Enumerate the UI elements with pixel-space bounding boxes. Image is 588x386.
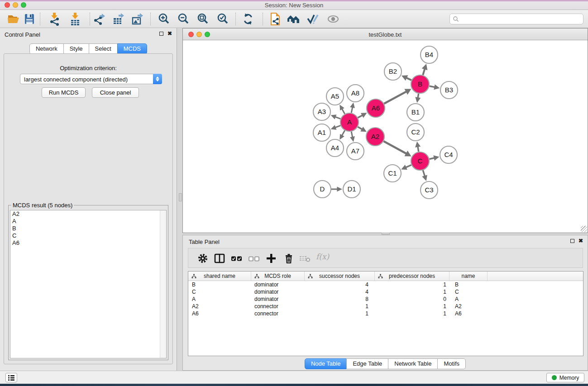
search-box	[449, 14, 583, 24]
graph-edge[interactable]	[342, 130, 345, 136]
column-header-name[interactable]: name	[449, 272, 488, 281]
cell-shared-name[interactable]: A	[188, 295, 251, 303]
tab-select[interactable]: Select	[89, 43, 118, 54]
tab-mcds[interactable]: MCDS	[117, 43, 147, 54]
cell-shared-name[interactable]: A6	[188, 310, 251, 317]
home-icon[interactable]	[287, 12, 300, 26]
table-row[interactable]: B dominator 4 1 B	[188, 281, 583, 288]
cell-successor-nodes[interactable]: 1	[305, 303, 375, 310]
column-header-shared-name[interactable]: shared name	[188, 272, 251, 281]
graph-edge[interactable]	[384, 91, 406, 104]
cell-mcds-role[interactable]: dominator	[251, 295, 305, 303]
network-canvas[interactable]: B4B2BB3A5A8A6A3B1AC2A1A2A4A7C4CC1DD1C3	[183, 40, 588, 233]
cell-successor-nodes[interactable]: 4	[305, 288, 375, 295]
node-label: A7	[351, 147, 359, 155]
tab-network[interactable]: Network	[29, 43, 64, 54]
graph-edge[interactable]	[406, 77, 411, 80]
cell-mcds-role[interactable]: connector	[251, 303, 305, 310]
table-row[interactable]: C dominator 4 1 C	[188, 288, 583, 295]
tab-motifs[interactable]: Motifs	[437, 358, 466, 369]
graph-edge[interactable]	[351, 132, 353, 138]
save-session-icon[interactable]	[23, 12, 36, 26]
table-row[interactable]: A2 connector 1 1 A2	[188, 303, 583, 310]
show-columns-icon[interactable]	[213, 252, 226, 265]
cell-mcds-role[interactable]: dominator	[251, 281, 305, 288]
resize-grip-icon[interactable]	[581, 226, 587, 232]
list-item[interactable]: C	[10, 232, 166, 239]
cell-shared-name[interactable]: A2	[188, 303, 251, 310]
tab-edge-table[interactable]: Edge Table	[346, 358, 388, 369]
list-item[interactable]: A6	[10, 239, 166, 247]
cell-name[interactable]: A6	[449, 310, 488, 317]
refresh-icon[interactable]	[241, 12, 255, 26]
cell-successor-nodes[interactable]: 1	[305, 310, 375, 317]
list-scrollbar[interactable]	[160, 210, 166, 358]
import-network-icon[interactable]	[48, 12, 61, 26]
tab-node-table[interactable]: Node Table	[305, 358, 347, 369]
graph-edge[interactable]	[383, 141, 406, 154]
column-header-mcds-role[interactable]: MCDS role	[251, 272, 305, 281]
zoom-in-icon[interactable]	[157, 12, 171, 26]
cell-mcds-role[interactable]: connector	[251, 310, 305, 317]
float-panel-icon[interactable]	[570, 239, 574, 243]
splitter-grip-vertical[interactable]	[179, 193, 182, 201]
optimization-select[interactable]: largest connected component (directed)	[20, 74, 162, 84]
cell-predecessor-nodes[interactable]: 1	[375, 310, 449, 317]
close-panel-icon[interactable]: ✖	[167, 31, 172, 36]
cell-predecessor-nodes[interactable]: 1	[375, 281, 449, 288]
network-window-titlebar[interactable]: testGlobe.txt	[183, 29, 588, 40]
open-session-icon[interactable]	[7, 12, 20, 26]
cell-successor-nodes[interactable]: 4	[305, 281, 375, 288]
style-edit-icon[interactable]	[306, 12, 319, 26]
cell-shared-name[interactable]: C	[188, 288, 251, 295]
cell-successor-nodes[interactable]: 8	[305, 295, 375, 303]
app-title: Session: New Session	[0, 2, 588, 9]
table-row[interactable]: A dominator 8 0 A	[188, 295, 583, 303]
graph-edge[interactable]	[406, 165, 411, 167]
cell-predecessor-nodes[interactable]: 1	[375, 303, 449, 310]
task-history-button[interactable]	[5, 373, 17, 382]
zoom-fit-icon[interactable]	[196, 12, 210, 26]
new-network-file-icon[interactable]	[268, 12, 282, 26]
export-table-icon[interactable]	[112, 12, 125, 26]
cell-mcds-role[interactable]: dominator	[251, 288, 305, 295]
run-mcds-button[interactable]: Run MCDS	[42, 87, 86, 98]
tab-style[interactable]: Style	[63, 43, 89, 54]
tab-network-table[interactable]: Network Table	[388, 358, 438, 369]
table-settings-gear-icon[interactable]	[196, 252, 210, 265]
cell-predecessor-nodes[interactable]: 1	[375, 288, 449, 295]
list-item[interactable]: A2	[10, 210, 166, 218]
graph-edge[interactable]	[351, 107, 353, 113]
graph-edge[interactable]	[335, 125, 341, 128]
control-panel-tabs: Network Style Select MCDS	[0, 43, 177, 54]
graph-edge[interactable]	[423, 170, 425, 176]
import-table-icon[interactable]	[68, 12, 82, 26]
cell-name[interactable]: A	[449, 295, 488, 303]
cell-name[interactable]: A2	[449, 303, 488, 310]
list-item[interactable]: A	[10, 218, 166, 225]
float-panel-icon[interactable]	[159, 32, 163, 36]
unselect-all-columns-icon[interactable]	[247, 252, 261, 265]
zoom-selected-icon[interactable]	[216, 12, 229, 26]
export-network-icon[interactable]	[93, 12, 106, 26]
cell-predecessor-nodes[interactable]: 0	[375, 295, 449, 303]
delete-column-trash-icon[interactable]	[282, 252, 296, 265]
column-header-predecessor-nodes[interactable]: predecessor nodes	[375, 272, 449, 281]
search-input[interactable]	[459, 14, 583, 24]
graph-edge[interactable]	[335, 117, 341, 119]
cell-shared-name[interactable]: B	[188, 281, 251, 288]
close-panel-button[interactable]: Close panel	[92, 87, 139, 98]
list-item[interactable]: B	[10, 225, 166, 232]
cell-name[interactable]: B	[449, 281, 488, 288]
cell-name[interactable]: C	[449, 288, 488, 295]
memory-button[interactable]: Memory	[546, 373, 584, 382]
table-row[interactable]: A6 connector 1 1 A6	[188, 310, 583, 317]
select-all-columns-icon[interactable]	[230, 252, 244, 265]
create-column-plus-icon[interactable]	[264, 252, 278, 265]
column-header-successor-nodes[interactable]: successor nodes	[305, 272, 375, 281]
close-panel-icon[interactable]: ✖	[578, 238, 583, 243]
graph-edge[interactable]	[342, 109, 345, 114]
zoom-out-icon[interactable]	[177, 12, 190, 26]
export-image-icon[interactable]	[131, 12, 144, 26]
graph-edge[interactable]	[423, 68, 425, 75]
